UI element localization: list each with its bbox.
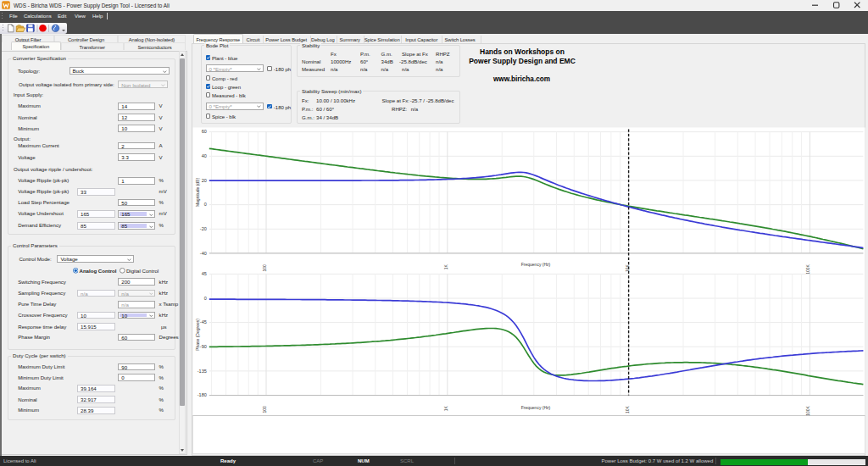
svg-text:-135: -135: [198, 369, 207, 374]
svg-text:10K: 10K: [625, 405, 630, 413]
svg-text:-20: -20: [200, 226, 207, 231]
svg-text:100K: 100K: [805, 405, 810, 415]
svg-text:1K: 1K: [443, 264, 448, 269]
svg-text:Magnitude (dB): Magnitude (dB): [195, 178, 200, 208]
svg-text:1K: 1K: [443, 405, 448, 411]
svg-text:Frequency (Hz): Frequency (Hz): [521, 405, 551, 410]
svg-text:100K: 100K: [805, 264, 810, 274]
svg-text:100: 100: [262, 264, 267, 272]
svg-text:-40: -40: [200, 251, 207, 256]
svg-text:40: 40: [202, 153, 207, 158]
svg-text:100: 100: [262, 406, 267, 413]
svg-text:20: 20: [202, 178, 207, 183]
svg-text:0: 0: [204, 296, 207, 301]
svg-text:0: 0: [204, 202, 207, 207]
svg-text:-180: -180: [198, 392, 207, 397]
svg-text:Phase (Degrees): Phase (Degrees): [195, 319, 200, 351]
svg-text:45: 45: [202, 271, 207, 276]
svg-text:-45: -45: [200, 319, 207, 325]
svg-text:Frequency (Hz): Frequency (Hz): [521, 262, 551, 267]
svg-text:60: 60: [202, 129, 207, 134]
svg-text:-90: -90: [200, 344, 207, 349]
